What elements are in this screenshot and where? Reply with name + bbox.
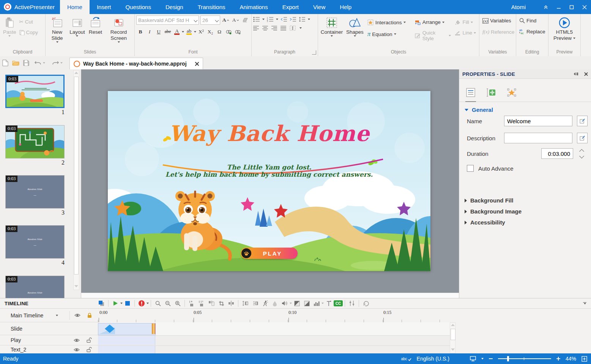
playhead-settings-icon[interactable] [324,300,334,307]
paragraph-dialog-launcher-icon[interactable] [312,50,316,55]
replace-button[interactable]: abacReplace [518,28,547,35]
reference-button[interactable]: f(x)Reference [481,28,514,36]
minimize-button[interactable] [552,0,565,14]
vertical-align-button[interactable] [290,25,296,31]
zoom-in-icon[interactable] [173,300,183,307]
account-label[interactable]: Atomi [511,4,526,10]
font-size-select[interactable]: 26 [200,16,220,25]
close-tab-icon[interactable] [195,62,199,66]
tab-interactivity[interactable] [506,87,517,98]
visibility-all-icon[interactable] [74,313,80,317]
undo-button[interactable] [33,60,47,66]
section-general[interactable]: General [459,102,591,113]
reset-button[interactable]: Reset [87,16,104,49]
close-panel-icon[interactable] [585,72,588,76]
variables-button[interactable]: (x)Variables [481,17,514,24]
name-input[interactable] [504,116,572,126]
canvas-horizontal-scrollbar[interactable] [81,293,459,298]
tab-size-position[interactable] [486,87,496,98]
preview-mode-icon[interactable] [470,356,476,361]
zoom-out-button[interactable] [489,358,493,359]
slide-thumbnail-1[interactable]: 0:03 [5,75,65,108]
zoom-percentage[interactable]: 44% [566,356,576,362]
slide-thumbnail-4[interactable]: 0:03 Random Slide — [5,225,65,259]
play-button[interactable]: PLAY [241,248,298,259]
zoom-slider[interactable] [498,358,551,359]
dropdown-caret[interactable] [147,303,149,304]
main-timeline-select[interactable]: Main Timeline [11,312,56,318]
spin-up-icon[interactable] [579,149,584,154]
insert-time-icon[interactable] [187,300,197,307]
fit-to-window-icon[interactable] [582,356,587,362]
transition-start-icon[interactable] [240,300,250,307]
spin-down-icon[interactable] [579,154,584,158]
lock-all-icon[interactable] [87,313,92,318]
closed-caption-icon[interactable]: CC [334,300,343,306]
html5-preview-button[interactable]: HTML5 Preview [552,16,577,49]
line-button[interactable]: Line [453,29,478,36]
reset-timing-icon[interactable] [361,300,371,307]
spellcheck-icon[interactable]: abc [401,357,411,361]
superscript-button[interactable]: X² [197,27,205,36]
section-accessibility[interactable]: Accessibility [459,215,591,226]
play-object-bar[interactable] [98,336,155,345]
line-spacing-button[interactable] [299,17,306,22]
timeline-scrollbar[interactable] [450,322,455,353]
stop-icon[interactable] [123,300,132,307]
timeline-row-slide[interactable]: Slide [11,326,98,332]
quick-style-button[interactable]: Quick Style [413,29,453,42]
tab-design[interactable]: Design [158,0,191,14]
section-background-image[interactable]: Background Image [459,204,591,215]
increase-indent-button[interactable] [290,17,296,22]
slide-subtitle-text[interactable]: The Little Yam got lost. Let's help him … [108,164,430,178]
cut-button[interactable]: ✂Cut [18,18,40,26]
equation-button[interactable]: πEquation [366,30,413,39]
edit-name-button[interactable] [577,116,588,126]
fill-button[interactable]: Fill [453,19,478,26]
align-center-button[interactable] [262,26,268,30]
section-background-fill[interactable]: Background Fill [459,193,591,204]
language-selector[interactable]: English (U.S.) [417,356,449,362]
interactions-button[interactable]: Interactions [366,19,413,26]
align-right-button[interactable] [271,26,277,30]
pin-icon[interactable] [574,72,579,77]
dropdown-caret[interactable] [262,19,265,20]
slide-thumbnail-2[interactable]: 0:03 [5,125,65,158]
close-button[interactable] [578,0,591,14]
crop-icon[interactable] [216,300,226,307]
zoom-slider-thumb[interactable] [507,356,509,361]
animations-icon[interactable] [260,300,270,307]
tab-export[interactable]: Export [275,0,306,14]
timeline-ruler[interactable]: 0:00 0:05 0:10 0:15 [98,309,455,323]
timeline-row-text2[interactable]: Text_2 [11,347,74,353]
text2-object-bar[interactable] [98,346,155,354]
dropdown-caret[interactable] [182,31,184,33]
tab-home[interactable]: Home [60,0,90,14]
record-screen-button[interactable]: Record Screen [104,16,133,49]
underline-button[interactable]: U [154,27,163,36]
edit-description-button[interactable] [577,133,588,143]
split-icon[interactable] [226,300,236,307]
remove-link-icon[interactable] [233,27,242,36]
zoom-in-button[interactable] [556,357,560,361]
scroll-down-icon[interactable] [451,348,455,351]
decrease-indent-button[interactable] [281,17,287,22]
duration-spinner[interactable] [580,150,583,158]
scroll-up-icon[interactable] [451,324,455,326]
dropdown-caret[interactable] [481,358,484,359]
new-document-icon[interactable] [2,60,8,66]
highlight-button[interactable]: ab [185,27,193,36]
maximize-button[interactable] [565,0,578,14]
fade-out-icon[interactable] [302,300,312,307]
redo-button[interactable] [50,60,64,66]
subscript-button[interactable]: X₂ [206,27,214,36]
numbered-list-button[interactable]: 123 [267,17,274,22]
duration-input[interactable] [541,148,573,159]
slide-end-marker[interactable] [152,323,155,334]
bullet-list-button[interactable] [253,17,260,22]
font-family-select[interactable]: Baskervald ADF Std H [136,16,199,25]
timeline-collapse-icon[interactable] [583,302,586,305]
arrange-button[interactable]: Arrange [413,19,453,26]
dropdown-caret[interactable] [299,27,302,29]
clear-formatting-icon[interactable] [241,16,250,25]
